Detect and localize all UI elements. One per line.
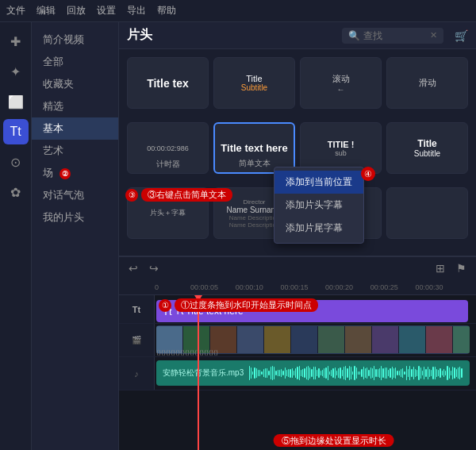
annotation-4: ④ xyxy=(361,167,375,181)
tick-2: 00:00:15 xyxy=(280,283,308,291)
menu-export[interactable]: 导出 xyxy=(127,4,146,17)
ctx-add-end[interactable]: 添加片尾字幕 xyxy=(274,217,363,240)
card-slide-text: 滚动 xyxy=(332,73,350,85)
card-slide-arrow: ← xyxy=(337,85,345,94)
content-title: 片头 xyxy=(127,27,152,44)
content-area: 片头 🔍 ✕ 🛒 Title tex Title Subtitle 滚动 xyxy=(119,22,476,450)
sidebar-icon-add[interactable]: ✚ xyxy=(3,29,29,54)
tick-0: 00:00:05 xyxy=(190,283,218,291)
ctx-add-current[interactable]: 添加到当前位置 xyxy=(274,171,363,194)
tl-btn-1[interactable]: ⊞ xyxy=(432,260,448,276)
titles-grid-container: Title tex Title Subtitle 滚动 ← 滑动 00:00:0… xyxy=(119,49,476,256)
annotation-3-container: ③ ③右键点击简单文本 xyxy=(125,188,232,202)
trim-handles: ⟨⟩⟨⟩⟨⟩⟨⟩⟨⟩⟨⟩⟨⟩⟨⟩⟨⟩⟨⟩⟨⟩⟨⟩⟨⟩ xyxy=(156,348,470,356)
category-bubble[interactable]: 对话气泡 xyxy=(32,184,118,206)
sidebar-icon-tools[interactable]: ✿ xyxy=(3,179,29,205)
sidebar-icon-titles[interactable]: Tt xyxy=(3,119,29,144)
annotation-3-label: ③右键点击简单文本 xyxy=(141,188,232,202)
sidebar-icon-cut[interactable]: ⬜ xyxy=(3,89,29,114)
card-ts2-sub: Subtitle xyxy=(414,149,440,158)
track-title-label: Tt xyxy=(119,295,155,323)
playhead[interactable] xyxy=(198,295,199,450)
card-title-tex[interactable]: Title tex xyxy=(127,57,209,109)
tick-1: 00:00:10 xyxy=(236,283,263,291)
tick-5: 00:00:30 xyxy=(416,283,443,291)
menu-edit[interactable]: 编辑 xyxy=(36,4,56,17)
annotation-1-label: ①过度条拖到水印开始显示时间点 xyxy=(175,298,318,312)
card-empty[interactable] xyxy=(386,187,468,239)
menu-playback[interactable]: 回放 xyxy=(67,4,86,17)
tl-redo[interactable]: ↪ xyxy=(146,260,162,276)
card-dir-title: Director xyxy=(243,198,265,206)
main-layout: ✚ ✦ ⬜ Tt ⊙ ✿ 简介视频 全部 收藏夹 精选 基本 艺术 场 ② 对话… xyxy=(0,22,476,450)
left-panel: 简介视频 全部 收藏夹 精选 基本 艺术 场 ② 对话气泡 我的片头 xyxy=(32,22,119,450)
sidebar-icons: ✚ ✦ ⬜ Tt ⊙ ✿ xyxy=(0,22,32,450)
card-dir-name3: Name Description xyxy=(229,221,280,229)
track-video-content: ⟨⟩⟨⟩⟨⟩⟨⟩⟨⟩⟨⟩⟨⟩⟨⟩⟨⟩⟨⟩⟨⟩⟨⟩⟨⟩ xyxy=(155,324,476,356)
waveform xyxy=(248,365,463,381)
sidebar-icon-circle[interactable]: ⊙ xyxy=(3,149,29,175)
card-ts2-main: Title xyxy=(417,138,436,149)
card-title-sub2[interactable]: Title Subtitle xyxy=(386,122,468,174)
card-plus-text: 片头＋字幕 xyxy=(150,208,186,218)
trim-arrows: ⟨⟩⟨⟩⟨⟩⟨⟩⟨⟩⟨⟩⟨⟩⟨⟩⟨⟩⟨⟩⟨⟩⟨⟩⟨⟩ xyxy=(156,349,218,356)
category-art[interactable]: 艺术 xyxy=(32,140,118,162)
sidebar-icon-effects[interactable]: ✦ xyxy=(3,59,29,84)
card-timer[interactable]: 00:00:02:986 计时器 xyxy=(127,122,209,174)
annotation-5-label: ⑤拖到边缘处设置显示时长 xyxy=(274,434,394,447)
tl-undo[interactable]: ↩ xyxy=(125,260,141,276)
card-titie-top: TITIE ! xyxy=(328,140,355,149)
tl-btn-2[interactable]: ⚑ xyxy=(453,260,470,276)
annotation-1-badge: ① xyxy=(159,299,171,312)
card-title-subtitle[interactable]: Title Subtitle xyxy=(213,57,295,109)
track-audio-icon: ♪ xyxy=(134,369,139,379)
card-timer-label: 计时器 xyxy=(156,159,180,170)
ctx-add-title[interactable]: 添加片头字幕 xyxy=(274,194,363,217)
audio-track-bar[interactable]: 安静轻松背景音乐.mp3 xyxy=(156,360,470,386)
menu-help[interactable]: 帮助 xyxy=(157,4,176,17)
card-ts-sub: Subtitle xyxy=(241,83,267,92)
track-audio-label: ♪ xyxy=(119,357,155,390)
timeline-tracks: ① ①过度条拖到水印开始显示时间点 Tt Tt Tt Title text he… xyxy=(119,295,476,450)
category-favorites[interactable]: 收藏夹 xyxy=(32,73,118,95)
card-slide[interactable]: 滚动 ← xyxy=(300,57,382,109)
timeline-ruler: 0 00:00:05 00:00:10 00:00:15 00:00:20 00… xyxy=(119,279,476,295)
card-title-tex-text: Title tex xyxy=(147,77,189,90)
menubar: 文件 编辑 回放 设置 导出 帮助 xyxy=(0,0,476,22)
tick-3: 00:00:20 xyxy=(325,283,353,291)
timeline-toolbar: ↩ ↪ ⊞ ⚑ xyxy=(119,257,476,279)
track-video-icon: 🎬 xyxy=(132,336,141,344)
card-slide2-text: 滑动 xyxy=(419,77,436,89)
menu-file[interactable]: 文件 xyxy=(6,4,25,17)
track-audio-content: 安静轻松背景音乐.mp3 xyxy=(155,357,476,390)
track-audio-row: ♪ 安静轻松背景音乐.mp3 xyxy=(119,357,476,390)
annotation-3-badge: ③ xyxy=(125,189,138,202)
category-all[interactable]: 全部 xyxy=(32,51,118,73)
card-slide2[interactable]: 滑动 xyxy=(386,57,468,109)
tick-4: 00:00:25 xyxy=(370,283,398,291)
category-scene[interactable]: 场 ② xyxy=(32,162,118,184)
cart-icon[interactable]: 🛒 xyxy=(455,29,468,42)
category-intro[interactable]: 简介视频 xyxy=(32,29,118,51)
search-input[interactable] xyxy=(363,30,427,41)
card-simple-label: 简单文本 xyxy=(239,158,271,169)
search-box[interactable]: 🔍 ✕ xyxy=(342,28,443,44)
category-my-titles[interactable]: 我的片头 xyxy=(32,206,118,229)
track-title-icon: Tt xyxy=(132,305,140,314)
card-dir-name2: Name Description xyxy=(229,214,280,221)
card-ts-top: Title xyxy=(246,74,262,83)
menu-settings[interactable]: 设置 xyxy=(97,4,116,17)
track-video-row: 🎬 xyxy=(119,324,476,357)
track-video-label: 🎬 xyxy=(119,324,155,356)
timeline: ↩ ↪ ⊞ ⚑ 0 00:00:05 00:00:10 00:00:15 00:… xyxy=(119,256,476,450)
annotation-5-container: ⑤拖到边缘处设置显示时长 xyxy=(274,435,394,447)
ruler-track: 00:00:05 00:00:10 00:00:15 00:00:20 00:0… xyxy=(190,279,440,295)
card-titie-sub: sub xyxy=(335,149,347,157)
category-basic[interactable]: 基本 xyxy=(32,117,118,140)
audio-track-text: 安静轻松背景音乐.mp3 xyxy=(163,367,244,379)
annotation-2: ② xyxy=(60,168,71,179)
clear-icon[interactable]: ✕ xyxy=(430,30,437,40)
category-featured[interactable]: 精选 xyxy=(32,95,118,117)
context-menu: 添加到当前位置 添加片头字幕 添加片尾字幕 xyxy=(274,167,364,244)
card-timer-text: 00:00:02:986 xyxy=(147,144,189,152)
